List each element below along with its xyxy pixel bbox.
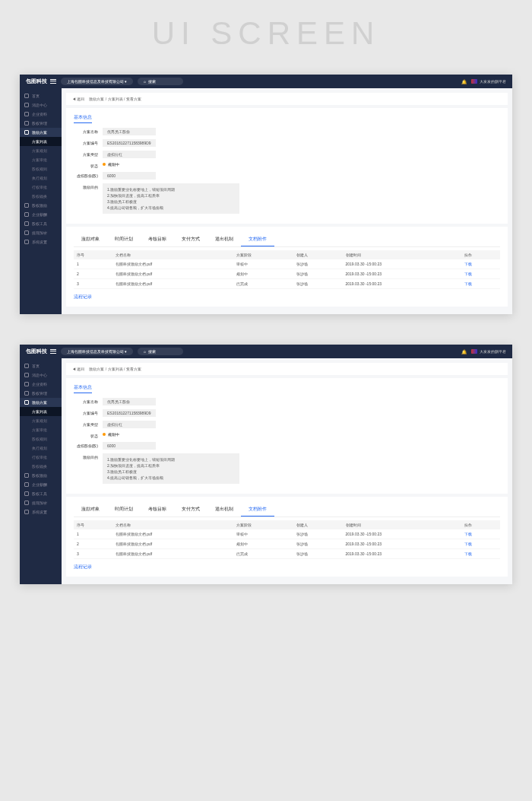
search-input[interactable]: ⌕搜索 [138,78,183,85]
main-content: ◀ 返回 激励方案 / 方案列表 / 查看方案 基本信息 方案名称优秀员工股份 … [62,358,512,584]
user-menu[interactable]: 大发发的躺平君 [471,79,506,84]
sidebar-sub-item[interactable]: 方案列表 [20,407,62,416]
sidebar-item[interactable]: 企业薪酬 [20,480,62,489]
sidebar-label: 提现加密 [32,230,47,235]
search-icon: ⌕ [144,349,146,354]
tab[interactable]: 支付方式 [174,233,207,246]
nav-icon [24,221,29,226]
sidebar-sub-item[interactable]: 股权确换 [20,462,62,471]
sidebar-item[interactable]: 消息中心 [20,100,62,110]
download-link[interactable]: 下载 [464,262,472,266]
sidebar-item[interactable]: 企业资料 [20,110,62,119]
sidebar-sub-item[interactable]: 行权审批 [20,453,62,462]
sidebar-sub-item[interactable]: 股权确换 [20,192,62,201]
tab[interactable]: 支付方式 [174,503,207,517]
nav-icon [24,203,29,208]
back-button[interactable]: ◀ 返回 [72,97,84,101]
app-window: 包图科技 上海包图科技信息及科技有限公司 ▾ ⌕搜索 🔔 大发发的躺平君 首页消… [20,345,512,584]
sidebar-item[interactable]: 股权激励 [20,471,62,480]
table-row: 1包图科技激励文档.pdf审核中张沙场2019.03.30 -15:00:23下… [74,259,500,269]
download-link[interactable]: 下载 [464,551,472,556]
sidebar-item[interactable]: 激励方案 [20,128,62,137]
tab[interactable]: 时间计划 [107,233,141,246]
tab[interactable]: 时间计划 [107,503,141,517]
goals-box: 1.激励重要业化标要地上，缩短项目周期2.加快项目进度，提高工程质率3.激励员工… [103,183,239,214]
goal-line: 4.提高公司销售额，扩大市场份额 [107,205,235,211]
goal-line: 1.激励重要业化标要地上，缩短项目周期 [107,456,235,462]
tab[interactable]: 激励对象 [74,503,107,517]
sidebar-label: 股权激励 [32,203,47,208]
field-label: 虚拟股份(股) [74,442,103,448]
search-input[interactable]: ⌕搜索 [138,348,183,355]
nav-icon [24,130,29,135]
sidebar-sub-item[interactable]: 方案审批 [20,155,62,164]
user-menu[interactable]: 大发发的躺平君 [471,349,506,354]
sidebar-sub-item[interactable]: 行权审批 [20,183,62,192]
table-header: 操作 [461,520,500,529]
download-link[interactable]: 下载 [464,272,472,276]
sidebar-item[interactable]: 股权管理 [20,119,62,128]
tab[interactable]: 文档附件 [241,233,274,246]
sidebar-item[interactable]: 企业资料 [20,380,62,389]
sidebar-item[interactable]: 股权管理 [20,389,62,398]
sidebar-sub-item[interactable]: 执行规划 [20,443,62,453]
table-header: 创建人 [293,520,343,529]
download-link[interactable]: 下载 [464,281,472,286]
user-name: 大发发的躺平君 [480,79,506,84]
sidebar-sub-item[interactable]: 方案规划 [20,416,62,425]
table-header: 方案阶段 [233,250,293,259]
tabs-card: 激励对象时间计划考核目标支付方式退出机制文档附件 序号文档名称方案阶段创建人创建… [66,497,508,577]
sidebar-item[interactable]: 首页 [20,361,62,370]
sidebar-sub-item[interactable]: 方案规划 [20,146,62,155]
download-link[interactable]: 下载 [464,532,472,536]
tab[interactable]: 退出机制 [207,503,241,517]
sidebar-item[interactable]: 提现加密 [20,228,62,237]
back-button[interactable]: ◀ 返回 [72,367,84,371]
nav-icon [24,230,29,235]
tab[interactable]: 激励对象 [74,233,107,246]
sidebar-label: 企业资料 [32,112,47,116]
sidebar-sub-item[interactable]: 股权规则 [20,164,62,173]
download-link[interactable]: 下载 [464,542,472,546]
sidebar-item[interactable]: 股权激励 [20,201,62,210]
sidebar-item[interactable]: 消息中心 [20,370,62,380]
sidebar-label: 股权激励 [32,473,47,478]
sidebar-item[interactable]: 系统设置 [20,237,62,246]
search-icon: ⌕ [144,79,146,84]
menu-icon[interactable] [50,78,56,84]
sidebar-label: 激励方案 [32,130,47,135]
basic-info-card: 基本信息 方案名称优秀员工股份 方案编号ES2018122711583989D9… [66,378,508,494]
company-selector[interactable]: 上海包图科技信息及科技有限公司 ▾ [61,348,133,355]
sidebar-item[interactable]: 股权工具 [20,219,62,228]
sidebar-item[interactable]: 股权工具 [20,489,62,498]
bell-icon[interactable]: 🔔 [461,79,467,84]
tabs-card: 激励对象时间计划考核目标支付方式退出机制文档附件 序号文档名称方案阶段创建人创建… [66,227,508,307]
sidebar-label: 消息中心 [32,103,47,107]
sidebar-item[interactable]: 系统设置 [20,507,62,517]
table-row: 3包图科技激励文档.pdf已完成张沙场2019.03.30 -15:00:23下… [74,279,500,289]
nav-icon [24,400,29,405]
sidebar-item[interactable]: 提现加密 [20,498,62,507]
sidebar-sub-item[interactable]: 执行规划 [20,173,62,183]
logo: 包图科技 [26,78,47,85]
bell-icon[interactable]: 🔔 [461,349,467,354]
field-label: 方案编号 [74,409,103,415]
company-selector[interactable]: 上海包图科技信息及科技有限公司 ▾ [61,78,133,85]
tab[interactable]: 文档附件 [241,503,274,517]
sidebar-item[interactable]: 企业薪酬 [20,210,62,219]
nav-icon [24,94,29,98]
sidebar-sub-item[interactable]: 方案列表 [20,137,62,146]
sidebar-item[interactable]: 激励方案 [20,398,62,407]
tab[interactable]: 考核目标 [141,503,174,517]
flow-title: 流程记录 [74,294,500,300]
sidebar-sub-item[interactable]: 股权规则 [20,434,62,443]
breadcrumb: ◀ 返回 激励方案 / 方案列表 / 查看方案 [66,363,508,375]
nav-icon [24,491,29,496]
sidebar-item[interactable]: 首页 [20,91,62,100]
menu-icon[interactable] [50,348,56,354]
tab[interactable]: 退出机制 [207,233,241,246]
sidebar: 首页消息中心企业资料股权管理激励方案方案列表方案规划方案审批股权规则执行规划行权… [20,88,62,314]
tab[interactable]: 考核目标 [141,233,174,246]
sidebar-sub-item[interactable]: 方案审批 [20,425,62,434]
field-label: 方案类型 [74,421,103,427]
